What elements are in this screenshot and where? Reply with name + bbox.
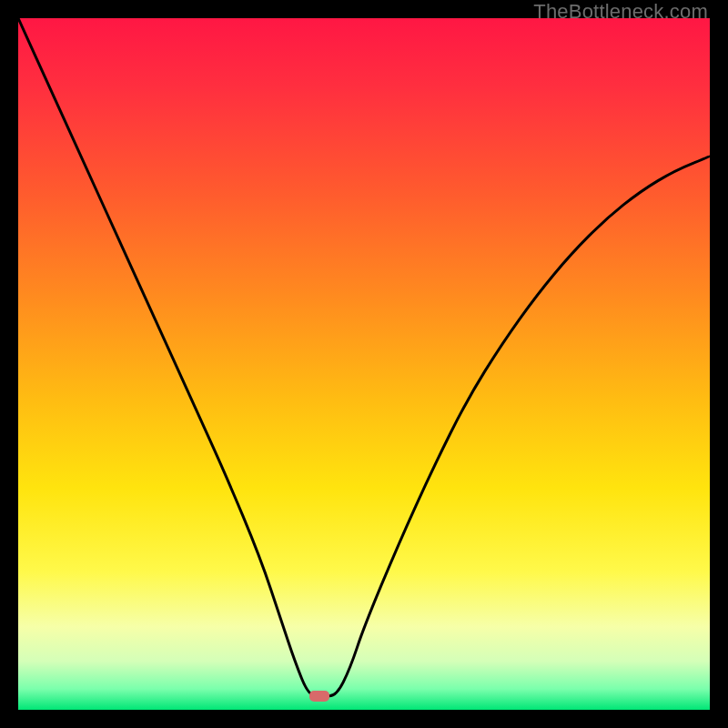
- watermark-text: TheBottleneck.com: [533, 0, 708, 24]
- plot-area: [18, 18, 710, 710]
- bottleneck-curve: [18, 18, 710, 710]
- chart-frame: TheBottleneck.com: [0, 0, 728, 728]
- optimal-point-marker: [309, 691, 329, 702]
